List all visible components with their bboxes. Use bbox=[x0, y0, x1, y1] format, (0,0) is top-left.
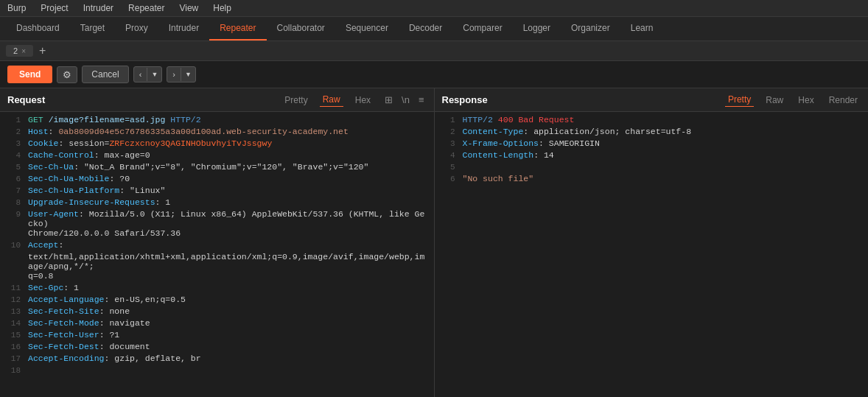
request-line-4: 4 Cache-Control: max-age=0 bbox=[0, 150, 434, 162]
request-line-7: 7 Sec-Ch-Ua-Platform: "Linux" bbox=[0, 186, 434, 197]
request-line-18: 18 bbox=[0, 365, 434, 377]
request-title: Request bbox=[7, 94, 45, 105]
tab-close[interactable]: × bbox=[21, 47, 26, 55]
menu-burp[interactable]: Burp bbox=[6, 2, 27, 14]
response-line-1: 1 HTTP/2 400 Bad Request bbox=[435, 115, 869, 127]
nav-back-button[interactable]: ‹ bbox=[134, 67, 147, 82]
request-line-9: 9 User-Agent: Mozilla/5.0 (X11; Linux x8… bbox=[0, 209, 434, 228]
response-line-4: 4 Content-Length: 14 bbox=[435, 150, 869, 162]
request-line-2: 2 Host: 0ab8009d04e5c76786335a3a00d100ad… bbox=[0, 127, 434, 138]
request-line-15: 15 Sec-Fetch-User: ?1 bbox=[0, 330, 434, 342]
response-code-area[interactable]: 1 HTTP/2 400 Bad Request 2 Content-Type:… bbox=[435, 112, 869, 397]
tab-organizer[interactable]: Organizer bbox=[561, 17, 620, 41]
response-panel: Response Pretty Raw Hex Render 1 HTTP/2 … bbox=[435, 88, 869, 397]
request-line-3: 3 Cookie: session=ZRFczxcnoy3QAGINHObuvh… bbox=[0, 138, 434, 150]
menu-view[interactable]: View bbox=[178, 2, 200, 14]
request-line-11: 11 Sec-Gpc: 1 bbox=[0, 283, 434, 295]
request-line-16: 16 Sec-Fetch-Dest: document bbox=[0, 342, 434, 354]
request-line-14: 14 Sec-Fetch-Mode: navigate bbox=[0, 318, 434, 330]
request-line-10c: q=0.8 bbox=[0, 271, 434, 283]
request-line-13: 13 Sec-Fetch-Site: none bbox=[0, 306, 434, 318]
request-wrap-icon[interactable]: \n bbox=[399, 94, 412, 106]
repeater-tab-2[interactable]: 2 × bbox=[6, 45, 33, 57]
toolbar: Send ⚙ Cancel ‹ ▼ › ▼ bbox=[0, 61, 868, 88]
nav-forward-dropdown[interactable]: ▼ bbox=[181, 68, 195, 81]
nav-back-group: ‹ ▼ bbox=[133, 66, 163, 82]
response-title: Response bbox=[442, 94, 488, 105]
cancel-button[interactable]: Cancel bbox=[82, 66, 128, 83]
menu-intruder[interactable]: Intruder bbox=[82, 2, 115, 14]
nav-tabs: Dashboard Target Proxy Intruder Repeater… bbox=[0, 17, 868, 41]
tab-proxy[interactable]: Proxy bbox=[115, 17, 158, 41]
request-tab-pretty[interactable]: Pretty bbox=[281, 94, 310, 107]
response-tab-render[interactable]: Render bbox=[826, 94, 861, 107]
request-line-6: 6 Sec-Ch-Ua-Mobile: ?0 bbox=[0, 174, 434, 186]
request-icons: ⊞ \n ≡ bbox=[382, 94, 426, 106]
request-tab-raw[interactable]: Raw bbox=[320, 93, 343, 107]
nav-forward-group: › ▼ bbox=[167, 66, 196, 82]
tab-comparer[interactable]: Comparer bbox=[452, 17, 512, 41]
main-content: Request Pretty Raw Hex ⊞ \n ≡ 1 GET /ima… bbox=[0, 88, 868, 397]
tab-dashboard[interactable]: Dashboard bbox=[6, 17, 70, 41]
request-line-9b: Chrome/120.0.0.0 Safari/537.36 bbox=[0, 228, 434, 240]
send-button[interactable]: Send bbox=[7, 66, 52, 83]
tab-label: 2 bbox=[13, 46, 18, 55]
settings-button[interactable]: ⚙ bbox=[57, 66, 77, 83]
request-panel-header: Request Pretty Raw Hex ⊞ \n ≡ bbox=[0, 88, 434, 112]
menu-bar: Burp Project Intruder Repeater View Help bbox=[0, 0, 868, 17]
response-panel-header: Response Pretty Raw Hex Render bbox=[435, 88, 869, 112]
response-tab-raw[interactable]: Raw bbox=[763, 94, 786, 107]
request-line-8: 8 Upgrade-Insecure-Requests: 1 bbox=[0, 197, 434, 209]
response-sub-tabs: Pretty Raw Hex Render bbox=[725, 93, 861, 107]
request-line-17: 17 Accept-Encoding: gzip, deflate, br bbox=[0, 354, 434, 365]
repeater-tabs: 2 × + bbox=[0, 41, 868, 61]
add-tab-button[interactable]: + bbox=[36, 44, 49, 57]
request-code-area[interactable]: 1 GET /image?filename=asd.jpg HTTP/2 2 H… bbox=[0, 112, 434, 397]
request-line-1: 1 GET /image?filename=asd.jpg HTTP/2 bbox=[0, 115, 434, 127]
response-tab-pretty[interactable]: Pretty bbox=[725, 93, 754, 107]
nav-forward-button[interactable]: › bbox=[167, 67, 181, 82]
tab-repeater[interactable]: Repeater bbox=[209, 17, 266, 41]
request-line-12: 12 Accept-Language: en-US,en;q=0.5 bbox=[0, 295, 434, 306]
tab-intruder[interactable]: Intruder bbox=[158, 17, 209, 41]
tab-learn[interactable]: Learn bbox=[620, 17, 664, 41]
request-more-icon[interactable]: ≡ bbox=[416, 94, 427, 106]
menu-repeater[interactable]: Repeater bbox=[127, 2, 166, 14]
response-line-3: 3 X-Frame-Options: SAMEORIGIN bbox=[435, 138, 869, 150]
request-format-icon[interactable]: ⊞ bbox=[382, 94, 395, 106]
response-tab-hex[interactable]: Hex bbox=[795, 94, 816, 107]
tab-collaborator[interactable]: Collaborator bbox=[267, 17, 335, 41]
request-tab-hex[interactable]: Hex bbox=[352, 94, 374, 107]
response-line-6: 6 "No such file" bbox=[435, 174, 869, 186]
tab-target[interactable]: Target bbox=[70, 17, 115, 41]
nav-back-dropdown[interactable]: ▼ bbox=[147, 68, 161, 81]
request-line-10: 10 Accept: bbox=[0, 240, 434, 252]
response-line-2: 2 Content-Type: application/json; charse… bbox=[435, 127, 869, 138]
response-line-5: 5 bbox=[435, 162, 869, 174]
menu-project[interactable]: Project bbox=[39, 2, 69, 14]
menu-help[interactable]: Help bbox=[211, 2, 233, 14]
tab-logger[interactable]: Logger bbox=[513, 17, 561, 41]
request-line-5: 5 Sec-Ch-Ua: "Not_A Brand";v="8", "Chrom… bbox=[0, 162, 434, 174]
request-line-10b: text/html,application/xhtml+xml,applicat… bbox=[0, 252, 434, 271]
tab-sequencer[interactable]: Sequencer bbox=[335, 17, 399, 41]
request-panel: Request Pretty Raw Hex ⊞ \n ≡ 1 GET /ima… bbox=[0, 88, 435, 397]
request-sub-tabs: Pretty Raw Hex ⊞ \n ≡ bbox=[281, 93, 426, 107]
tab-decoder[interactable]: Decoder bbox=[399, 17, 452, 41]
